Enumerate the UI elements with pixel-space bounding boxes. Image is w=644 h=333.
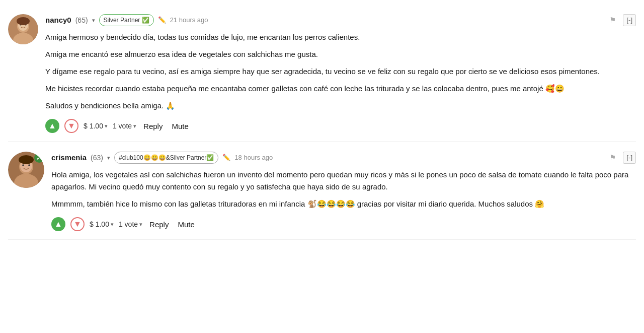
comment-1: nancy0 (65) ▾ Silver Partner ✅ ✏️ 21 hou… [8,6,636,142]
collapse-btn-2[interactable]: [-] [623,152,636,164]
mute-btn-2[interactable]: Mute [176,219,196,230]
comment-1-p5: Saludos y bendiciones bella amiga. 🙏 [45,100,636,112]
edit-icon-nancy[interactable]: ✏️ [158,15,166,25]
comment-2-footer: ▲ ▼ $ 1.00 ▾ 1 vote ▾ Reply Mute [51,217,636,231]
timestamp-nancy: 21 hours ago [170,15,208,25]
reputation-crismenia: (63) [91,153,103,163]
comments-section: nancy0 (65) ▾ Silver Partner ✅ ✏️ 21 hou… [0,0,644,246]
flag-icon-2[interactable]: ⚑ [609,152,616,164]
payout-dropdown-2[interactable]: ▾ [111,220,114,229]
payout-1[interactable]: $ 1.00 ▾ [84,121,108,131]
comment-2-header: crismenia (63) ▾ #club100😀😀😀&Silver Part… [51,152,636,164]
avatar-col-1 [8,14,38,133]
comment-1-body: nancy0 (65) ▾ Silver Partner ✅ ✏️ 21 hou… [45,14,636,133]
vote-count-value-2: 1 vote [119,219,138,230]
timestamp-crismenia: 18 hours ago [234,153,273,163]
svg-text:✓: ✓ [36,155,41,162]
comment-1-header: nancy0 (65) ▾ Silver Partner ✅ ✏️ 21 hou… [45,14,636,26]
avatar-col-2: ✓ [8,152,44,231]
comment-1-p1: Amiga hermoso y bendecido día, todas tus… [45,31,636,43]
downvote-btn-2[interactable]: ▼ [70,217,85,231]
comment-1-text: Amiga hermoso y bendecido día, todas tus… [45,31,636,112]
collapse-btn-1[interactable]: [-] [623,14,636,26]
reply-btn-1[interactable]: Reply [141,121,165,131]
comment-2-body: crismenia (63) ▾ #club100😀😀😀&Silver Part… [51,152,636,231]
reputation-nancy: (65) [75,15,88,26]
vote-count-1[interactable]: 1 vote ▾ [113,121,136,131]
comment-2-text: Hola amiga, los vegetales así con salchi… [51,169,636,210]
comment-2-p1: Hola amiga, los vegetales así con salchi… [51,169,636,193]
comment-2-p2: Mmmmm, también hice lo mismo con las gal… [51,198,636,210]
username-crismenia: crismenia [51,152,87,164]
payout-2[interactable]: $ 1.00 ▾ [90,219,114,230]
vote-count-dropdown-1[interactable]: ▾ [133,122,136,130]
upvote-btn-2[interactable]: ▲ [51,217,65,231]
payout-dropdown-1[interactable]: ▾ [105,122,108,130]
badge-club-crismenia: #club100😀😀😀&Silver Partner✅ [114,152,218,164]
avatar-nancy [8,14,38,44]
username-nancy: nancy0 [45,15,71,26]
vote-count-value-1: 1 vote [113,121,132,131]
downvote-btn-1[interactable]: ▼ [64,119,78,133]
comment-1-p4: Me hicistes recordar cuando estaba peque… [45,83,636,95]
svg-point-11 [22,164,24,166]
comment-1-footer: ▲ ▼ $ 1.00 ▾ 1 vote ▾ Reply Mute [45,119,636,133]
flag-icon-1[interactable]: ⚑ [609,15,616,26]
user-dropdown-crismenia[interactable]: ▾ [107,154,110,162]
payout-value-1: $ 1.00 [84,121,103,131]
vote-count-2[interactable]: 1 vote ▾ [119,219,142,230]
upvote-btn-1[interactable]: ▲ [45,119,59,133]
svg-point-12 [28,164,30,166]
svg-point-6 [17,17,30,25]
badge-silver-nancy: Silver Partner ✅ [99,14,154,26]
svg-point-13 [19,155,34,164]
comment-2: ✓ crismenia (63) ▾ #club100😀😀😀&Silver Pa… [8,142,636,240]
vote-count-dropdown-2[interactable]: ▾ [139,220,142,229]
comment-1-p2: Amiga me encantó ese almuerzo esa idea d… [45,48,636,60]
edit-icon-crismenia[interactable]: ✏️ [222,153,230,163]
reply-btn-2[interactable]: Reply [147,219,171,230]
user-dropdown-nancy[interactable]: ▾ [92,16,95,25]
payout-value-2: $ 1.00 [90,219,109,230]
mute-btn-1[interactable]: Mute [170,121,190,131]
comment-1-p3: Y dígame ese regalo para tu vecino, así … [45,65,636,78]
avatar-crismenia: ✓ [8,152,44,188]
